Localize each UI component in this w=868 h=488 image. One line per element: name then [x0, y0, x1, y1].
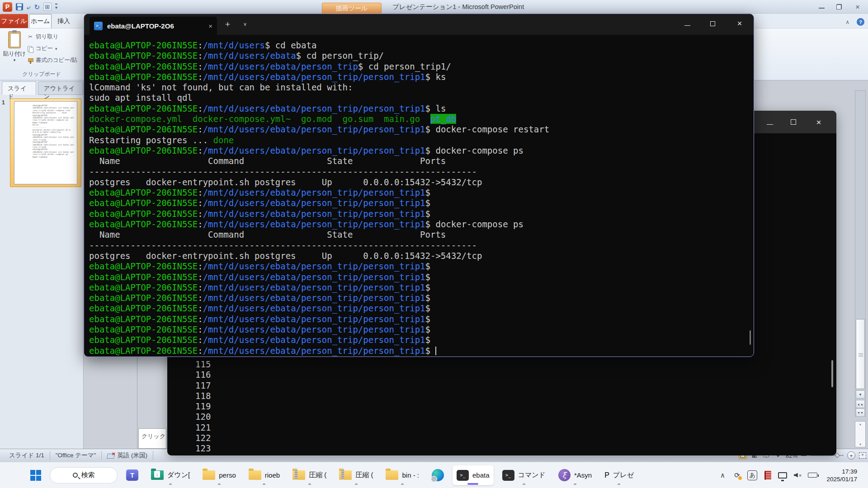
- edge-icon: [432, 469, 444, 481]
- terminal-icon: >_: [457, 470, 469, 481]
- close-icon[interactable]: ×: [814, 117, 824, 127]
- tray-notebook-icon[interactable]: [764, 470, 772, 481]
- minimize-icon[interactable]: [767, 124, 773, 125]
- qat-grid-icon[interactable]: ⊞: [43, 3, 52, 11]
- taskbar-item-プレゼ[interactable]: Pプレゼ: [600, 465, 638, 485]
- notes-pane[interactable]: クリック: [138, 428, 166, 449]
- tab-close-icon[interactable]: ×: [208, 22, 212, 30]
- taskbar-clock[interactable]: 17:39 2025/01/17: [826, 468, 868, 483]
- tray-display-icon[interactable]: [778, 470, 787, 481]
- tab-slides[interactable]: スライド: [2, 81, 36, 95]
- terminal-line: ebata@LAPTOP-206IN5SE:/mnt/d/users/ebata…: [89, 324, 549, 335]
- battery-icon[interactable]: [808, 470, 817, 481]
- powerpoint-logo-icon[interactable]: P: [3, 2, 12, 12]
- running-indicator: [523, 483, 525, 485]
- paste-label: 貼り付け: [3, 50, 26, 58]
- taskbar-search[interactable]: 検索: [50, 467, 118, 483]
- taskbar-item-圧縮-([interactable]: 圧縮 (: [288, 465, 330, 485]
- terminal-line: ebata@LAPTOP-206IN5SE:/mnt/d/users/ebata…: [89, 145, 549, 156]
- terminal-line: ebata@LAPTOP-206IN5SE:/mnt/d/users/ebata…: [89, 303, 549, 314]
- console-line-number: 119: [195, 401, 211, 412]
- tray-chevron-up-icon[interactable]: ∧: [718, 470, 726, 481]
- tab-home[interactable]: ホーム: [29, 14, 52, 28]
- folder-zip-icon: [339, 470, 352, 480]
- close-icon[interactable]: ×: [735, 19, 745, 28]
- terminal-line: postgres docker-entrypoint.sh postgres U…: [89, 251, 549, 261]
- copy-button[interactable]: コピー ▾: [27, 45, 57, 52]
- taskbar-item-bin---:[interactable]: bin - :: [382, 465, 423, 485]
- taskbar-item-label: プレゼ: [613, 471, 634, 479]
- slide-thumbnail[interactable]: ebata@LAPTOP-2O6IN5SE:/mnt/d/user s/e ba…: [10, 99, 81, 187]
- console-scrollbar-thumb[interactable]: [831, 360, 833, 387]
- tab-outline[interactable]: アウトライン: [38, 81, 83, 95]
- taskbar-item-*Asyn[interactable]: ξ*Asyn: [554, 465, 596, 485]
- drawing-tools-context-tab[interactable]: 描画ツール: [322, 3, 382, 14]
- terminal-line: ebata@LAPTOP-206IN5SE:/mnt/d/users/ebata…: [89, 219, 549, 230]
- active-indicator: [467, 483, 478, 485]
- help-icon[interactable]: ?: [857, 18, 864, 26]
- terminal-scrollbar-thumb[interactable]: [750, 330, 751, 345]
- slide-scrollbar[interactable]: ▼ ▲▲ ▼▼: [855, 90, 866, 417]
- terminal-line: ebata@LAPTOP-206IN5SE:/mnt/d/users/ebata…: [89, 72, 549, 82]
- powerpoint-window-controls: ×: [819, 4, 862, 10]
- taskbar-item-圧縮-([interactable]: 圧縮 (: [335, 465, 377, 485]
- save-icon[interactable]: [16, 3, 23, 10]
- clipboard-group-label: クリップボード: [0, 70, 83, 78]
- taskbar-item-rioeb[interactable]: rioeb: [245, 465, 284, 485]
- minimize-icon[interactable]: [684, 25, 690, 26]
- scrollbar-thumb[interactable]: [856, 319, 865, 389]
- ribbon-collapse-icon[interactable]: ∧: [845, 19, 849, 25]
- theme-indicator[interactable]: "Office テーマ": [50, 451, 102, 460]
- language-indicator[interactable]: 英語 (米国): [102, 451, 153, 460]
- terminal-line: ebata@LAPTOP-206IN5SE:/mnt/d/users/ebata…: [89, 61, 549, 72]
- clipboard-icon: [8, 31, 21, 48]
- close-icon[interactable]: ×: [854, 4, 862, 10]
- search-label: 検索: [81, 471, 95, 479]
- maximize-icon[interactable]: [791, 119, 796, 125]
- volume-muted-icon[interactable]: ×: [793, 470, 802, 481]
- taskbar-item-ダウン[[interactable]: ダウン[: [147, 465, 194, 485]
- format-painter-button[interactable]: 書式のコピー/貼: [27, 56, 77, 64]
- tab-insert[interactable]: 挿入: [52, 14, 75, 28]
- terminal-titlebar[interactable]: >_ ebata@LAPTOP-2O6 × + ∨ ×: [84, 14, 754, 35]
- taskbar-item-label: ebata: [472, 471, 490, 479]
- fit-to-window-icon[interactable]: [859, 452, 866, 459]
- notes-scrollbar[interactable]: ▲▼: [855, 421, 866, 447]
- quick-access-toolbar: P ⤶ ↻ ⊞ ▾: [3, 1, 57, 12]
- redo-icon[interactable]: ↻: [34, 4, 40, 10]
- copy-icon: [27, 46, 33, 52]
- terminal-line: ebata@LAPTOP-206IN5SE:/mnt/d/users/ebata…: [89, 103, 549, 114]
- new-tab-button[interactable]: +: [225, 19, 230, 29]
- taskbar-item-ebata[interactable]: >_ebata: [453, 465, 494, 485]
- powerpoint-titlebar: P ⤶ ↻ ⊞ ▾ 描画ツール プレゼンテーション1 - Microsoft P…: [0, 0, 868, 14]
- tab-file[interactable]: ファイル: [0, 14, 28, 28]
- restore-icon[interactable]: [836, 4, 842, 9]
- minimize-icon[interactable]: [819, 5, 825, 9]
- next-slide-button[interactable]: ▼▼: [856, 408, 865, 417]
- taskbar-item-コマンド[interactable]: >_コマンド: [498, 465, 550, 485]
- tray-sync-icon[interactable]: ⟳: [733, 470, 741, 481]
- previous-slide-button[interactable]: ▲▲: [856, 400, 865, 408]
- terminal-line: ebata@LAPTOP-206IN5SE:/mnt/d/users/ebata…: [89, 272, 549, 282]
- terminal-cursor: [435, 347, 436, 355]
- cut-button[interactable]: ✂ 切り取り: [27, 33, 59, 41]
- running-indicator: [618, 483, 620, 485]
- tab-dropdown-icon[interactable]: ∨: [243, 21, 247, 27]
- taskbar-item-label: ダウン[: [167, 471, 190, 479]
- qat-customize-icon[interactable]: ▾: [55, 4, 57, 10]
- taskbar-item-perso[interactable]: perso: [198, 465, 240, 485]
- slide-panel: スライド アウトライン 1 ebata@LAPTOP-2O6IN5SE:/mnt…: [0, 80, 84, 449]
- windows-terminal-window[interactable]: >_ ebata@LAPTOP-2O6 × + ∨ × ebata@LAPTOP…: [84, 14, 754, 357]
- ime-mode-icon[interactable]: あ: [747, 470, 757, 480]
- terminal-tab[interactable]: >_ ebata@LAPTOP-2O6 ×: [90, 17, 217, 35]
- undo-icon[interactable]: ⤶: [27, 4, 30, 10]
- paste-button[interactable]: 貼り付け ▾: [3, 30, 26, 74]
- start-button[interactable]: [26, 465, 45, 485]
- maximize-icon[interactable]: [710, 21, 715, 26]
- scroll-down-button[interactable]: ▼: [856, 390, 865, 399]
- terminal-output[interactable]: ebata@LAPTOP-206IN5SE:/mnt/d/users$ cd e…: [89, 40, 549, 356]
- zoom-in-button[interactable]: +: [847, 451, 855, 460]
- taskbar-item-edge[interactable]: [428, 465, 448, 485]
- clipboard-group: 貼り付け ▾ ✂ 切り取り コピー ▾ 書式のコピー/貼 クリップボード: [0, 28, 83, 80]
- taskbar-item-teams[interactable]: T: [122, 465, 142, 485]
